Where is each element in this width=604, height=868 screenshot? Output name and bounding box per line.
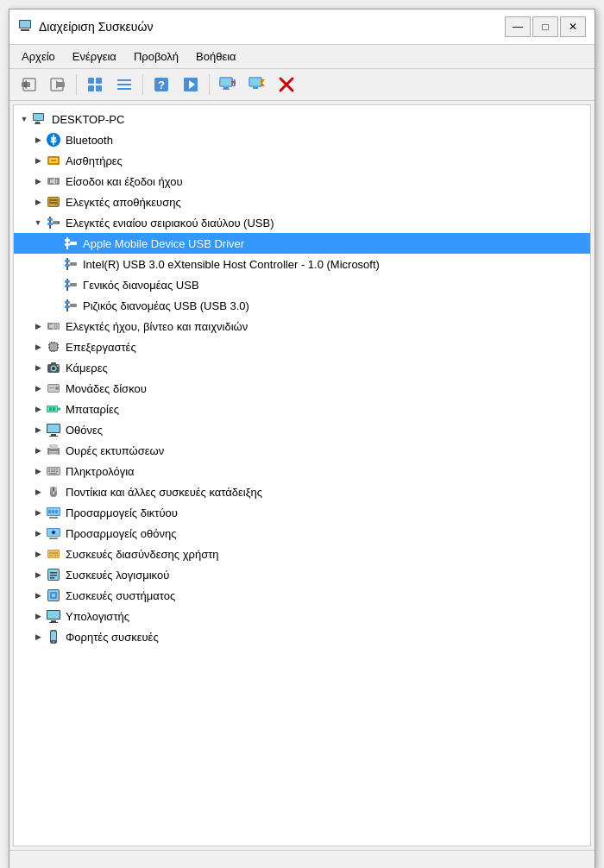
tree-item-usb-controllers[interactable]: ▼ Ελεγκτές ενιαίου σειριακού διαύλου (US… [14,212,590,233]
tree-root[interactable]: ▼ DESKTOP-PC [14,109,590,129]
flag-button[interactable] [243,72,271,97]
minimize-button[interactable]: — [505,16,531,37]
menu-view[interactable]: Προβολή [125,47,187,66]
tree-item-generic-usb[interactable]: Γενικός διανομέας USB [14,274,590,295]
tree-item-bluetooth[interactable]: ▶ ♤ Bluetooth [14,129,590,150]
cameras-icon [45,359,62,376]
tree-item-batteries[interactable]: ▶ Μπαταρίες [14,399,590,419]
tree-item-network-adapters[interactable]: ▶ Προσαρμογείς δικτύου [14,502,590,523]
processors-expand-icon[interactable]: ▶ [31,340,45,354]
processors-icon [45,338,62,355]
menu-file[interactable]: Αρχείο [13,47,64,66]
sensors-expand-icon[interactable]: ▶ [31,154,45,167]
menu-help[interactable]: Βοήθεια [187,47,245,66]
sound-video-icon [45,318,62,335]
audio-expand-icon[interactable]: ▶ [31,174,45,188]
system-devices-icon [45,587,62,604]
tree-item-cameras[interactable]: ▶ Κάμερες [14,357,590,378]
tree-item-processors[interactable]: ▶ Επεξεργαστές [14,337,590,357]
svg-rect-15 [117,88,131,90]
tree-item-intel-usb[interactable]: Intel(R) USB 3.0 eXtensible Host Control… [14,254,590,274]
tree-item-sound-video[interactable]: ▶ Ελεγκτές ήχου, βίντεο και παιχνιδιών [14,316,590,337]
svg-rect-86 [51,362,56,365]
back-button[interactable] [15,72,42,97]
tree-item-hid[interactable]: ▶ Συσκευές διασύνδεσης χρήστη [14,544,590,564]
tree-item-keyboards[interactable]: ▶ Πληκτρολόγια [14,461,590,481]
tree-item-root-usb[interactable]: Ριζικός διανομέας USB (USB 3.0) [14,295,590,316]
device-manager-window: Διαχείριση Συσκευών — □ ✕ Αρχείο Ενέργει… [9,9,595,868]
svg-rect-68 [65,301,70,304]
display-adapters-label: Προσαρμογείς οθόνης [66,527,176,540]
system-devices-label: Συσκευές συστήματος [66,589,175,602]
print-queues-expand-icon[interactable]: ▶ [31,443,45,457]
delete-button[interactable] [273,72,300,97]
menu-action[interactable]: Ενέργεια [64,47,125,66]
svg-rect-64 [65,280,70,283]
tree-item-software-devices[interactable]: ▶ Συσκευές λογισμικού [14,564,590,585]
software-devices-expand-icon[interactable]: ▶ [31,568,45,582]
root-expand-icon[interactable]: ▼ [17,112,31,126]
mice-expand-icon[interactable]: ▶ [31,485,45,499]
svg-rect-74 [50,343,57,350]
hid-expand-icon[interactable]: ▶ [31,547,45,561]
device-tree[interactable]: ▼ DESKTOP-PC ▶ ♤ Bluetooth [13,104,591,846]
tree-item-disk-drives[interactable]: ▶ Μονάδες δίσκου [14,378,590,399]
tree-item-apple-usb[interactable]: Apple Mobile Device USB Driver [14,233,590,254]
svg-rect-149 [49,622,58,623]
computer-item-expand-icon[interactable]: ▶ [31,609,45,623]
svg-rect-120 [53,492,54,494]
tree-item-audio[interactable]: ▶ Είσοδοι και έξοδοι ήχου [14,171,590,192]
storage-expand-icon[interactable]: ▶ [31,195,45,209]
storage-icon [45,193,62,211]
svg-rect-99 [51,434,56,436]
bluetooth-expand-icon[interactable]: ▶ [31,133,45,147]
tree-item-portable-devices[interactable]: ▶ Φορητές συσκευές [14,626,590,647]
svg-rect-42 [51,160,56,161]
portable-devices-expand-icon[interactable]: ▶ [31,630,45,644]
tree-item-display-adapters[interactable]: ▶ Προσαρμογείς οθόνης [14,523,590,544]
tree-item-print-queues[interactable]: ▶ Ουρές εκτυπώσεων [14,440,590,461]
tree-item-system-devices[interactable]: ▶ Συσκευές συστήματος [14,585,590,606]
svg-rect-9 [88,78,94,84]
view3-button[interactable] [177,72,204,97]
maximize-button[interactable]: □ [532,16,558,37]
svg-rect-47 [49,199,58,201]
svg-rect-95 [49,407,52,411]
tree-item-monitors[interactable]: ▶ Οθόνες [14,419,590,440]
monitors-expand-icon[interactable]: ▶ [31,423,45,437]
svg-rect-22 [223,87,229,89]
svg-rect-37 [35,123,41,124]
svg-rect-108 [48,469,50,470]
hid-icon [45,545,62,563]
usb-expand-icon[interactable]: ▼ [31,216,45,230]
keyboards-expand-icon[interactable]: ▶ [31,464,45,478]
svg-rect-10 [96,78,102,84]
apple-usb-icon [62,235,79,252]
svg-rect-60 [65,260,70,262]
network-expand-icon[interactable]: ▶ [31,506,45,519]
system-devices-expand-icon[interactable]: ▶ [31,588,45,602]
tree-item-sensors[interactable]: ▶ Αισθητήρες [14,150,590,171]
svg-rect-1 [21,29,29,31]
svg-rect-56 [65,239,70,242]
close-button[interactable]: ✕ [560,16,586,37]
apple-usb-label: Apple Mobile Device USB Driver [83,237,244,250]
disk-drives-expand-icon[interactable]: ▶ [31,381,45,395]
help-button[interactable]: ? [148,72,175,97]
storage-label: Ελεγκτές αποθήκευσης [66,196,181,209]
intel-usb-label: Intel(R) USB 3.0 eXtensible Host Control… [83,258,380,271]
bluetooth-icon: ♤ [45,131,62,148]
view2-button[interactable] [110,72,138,97]
tree-item-mice[interactable]: ▶ Ποντίκια και άλλες συσκευές κατάδειξης [14,481,590,502]
view1-button[interactable] [81,72,109,97]
sound-video-expand-icon[interactable]: ▶ [31,319,45,333]
svg-rect-147 [47,611,60,619]
display-adapters-expand-icon[interactable]: ▶ [31,526,45,540]
cameras-expand-icon[interactable]: ▶ [31,361,45,374]
generic-usb-icon [62,276,79,293]
batteries-expand-icon[interactable]: ▶ [31,402,45,416]
monitor-button[interactable] [214,72,242,97]
tree-item-storage[interactable]: ▶ Ελεγκτές αποθήκευσης [14,192,590,212]
tree-item-computer[interactable]: ▶ Υπολογιστής [14,606,590,626]
forward-button[interactable] [44,72,72,97]
